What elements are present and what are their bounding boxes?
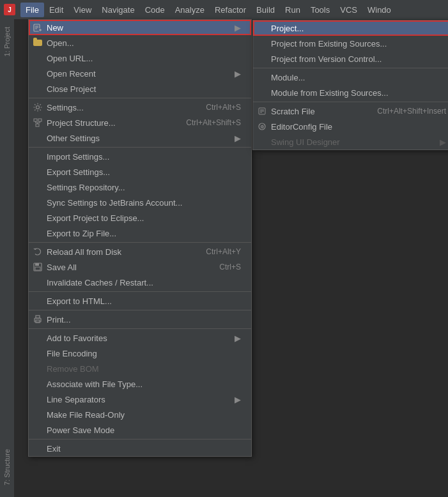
menu-item-import-settings-label: Import Settings...: [47, 152, 109, 162]
menu-item-open[interactable]: Open...: [29, 35, 251, 50]
menu-item-open-label: Open...: [47, 38, 74, 48]
sidebar-structure-tab[interactable]: 7: Structure: [2, 444, 12, 491]
menu-item-other-settings-label: Other Settings: [47, 134, 100, 143]
submenu-item-scratch-file[interactable]: Scratch File Ctrl+Alt+Shift+Insert: [253, 103, 448, 119]
submenu-item-editorconfig[interactable]: ⚙ EditorConfig File: [253, 119, 448, 134]
svg-text:J: J: [8, 6, 12, 13]
menu-item-other-settings[interactable]: Other Settings ▶: [29, 130, 251, 146]
menu-item-export-eclipse-label: Export Project to Eclipse...: [47, 213, 144, 223]
submenu-item-project-existing[interactable]: Project from Existing Sources...: [253, 36, 448, 51]
menu-run[interactable]: Run: [280, 3, 305, 17]
submenu-item-swing-designer[interactable]: Swing UI Designer ▶: [253, 134, 448, 149]
menu-refactor[interactable]: Refactor: [210, 3, 251, 17]
menu-item-print[interactable]: Print...: [29, 312, 251, 327]
menu-item-close-project[interactable]: Close Project: [29, 81, 251, 96]
line-separators-arrow-icon: ▶: [235, 395, 241, 404]
settings-shortcut: Ctrl+Alt+S: [193, 103, 241, 112]
menu-item-export-zip[interactable]: Export to Zip File...: [29, 226, 251, 241]
menu-item-add-favorites-label: Add to Favorites: [47, 333, 107, 343]
menu-item-reload[interactable]: Reload All from Disk Ctrl+Alt+Y: [29, 244, 251, 259]
submenu-divider-2: [253, 102, 448, 102]
menu-navigate[interactable]: Navigate: [97, 3, 139, 17]
menu-item-file-encoding-label: File Encoding: [47, 349, 97, 358]
file-dropdown-menu: New ▶ Open... Open URL... Open Recent ▶ …: [28, 19, 252, 457]
menu-item-add-favorites[interactable]: Add to Favorites ▶: [29, 330, 251, 346]
menu-item-print-label: Print...: [47, 315, 71, 325]
svg-rect-22: [36, 316, 40, 318]
print-icon: [31, 315, 44, 324]
menu-item-remove-bom-label: Remove BOM: [47, 364, 99, 374]
divider-2: [29, 147, 251, 148]
submenu-item-project-vcs-label: Project from Version Control...: [271, 54, 382, 64]
divider-1: [29, 98, 251, 98]
menu-item-export-eclipse[interactable]: Export Project to Eclipse...: [29, 210, 251, 226]
menu-vcs[interactable]: VCS: [335, 3, 362, 17]
submenu-item-module-existing-label: Module from Existing Sources...: [271, 88, 389, 98]
menu-item-power-save[interactable]: Power Save Mode: [29, 422, 251, 438]
menu-edit[interactable]: Edit: [44, 3, 68, 17]
reload-shortcut: Ctrl+Alt+Y: [193, 247, 241, 256]
menu-item-export-html[interactable]: Export to HTML...: [29, 293, 251, 309]
menu-item-import-settings[interactable]: Import Settings...: [29, 149, 251, 164]
app-logo: J: [3, 3, 17, 17]
menu-analyze[interactable]: Analyze: [170, 3, 210, 17]
submenu-item-project-label: Project...: [271, 24, 304, 33]
divider-3: [29, 242, 251, 243]
menu-item-sync-settings[interactable]: Sync Settings to JetBrains Account...: [29, 195, 251, 210]
menu-item-open-url-label: Open URL...: [47, 54, 93, 63]
menu-tools[interactable]: Tools: [305, 3, 335, 17]
submenu-item-module-existing[interactable]: Module from Existing Sources...: [253, 85, 448, 100]
menu-item-file-encoding[interactable]: File Encoding: [29, 346, 251, 361]
menu-item-export-settings-label: Export Settings...: [47, 167, 110, 177]
menu-build[interactable]: Build: [251, 3, 280, 17]
menu-item-export-settings[interactable]: Export Settings...: [29, 164, 251, 180]
menu-item-sync-settings-label: Sync Settings to JetBrains Account...: [47, 198, 182, 208]
menu-item-remove-bom[interactable]: Remove BOM: [29, 361, 251, 376]
menu-item-exit-label: Exit: [47, 444, 61, 454]
menu-item-associate-file[interactable]: Associate with File Type...: [29, 376, 251, 392]
menu-item-save-all[interactable]: Save All Ctrl+S: [29, 259, 251, 275]
menu-item-project-structure-label: Project Structure...: [47, 118, 116, 128]
menu-code[interactable]: Code: [140, 3, 170, 17]
menu-item-open-recent[interactable]: Open Recent ▶: [29, 66, 251, 81]
scratch-icon: [256, 107, 268, 116]
divider-7: [29, 439, 251, 440]
menu-item-open-recent-label: Open Recent: [47, 69, 96, 79]
menu-item-exit[interactable]: Exit: [29, 441, 251, 456]
menu-item-invalidate-label: Invalidate Caches / Restart...: [47, 278, 153, 287]
scratch-file-shortcut: Ctrl+Alt+Shift+Insert: [364, 107, 446, 116]
sidebar-project-tab[interactable]: 1: Project: [2, 22, 12, 61]
menu-view[interactable]: View: [68, 3, 97, 17]
editorconfig-icon: ⚙: [256, 122, 268, 131]
svg-rect-12: [36, 124, 39, 126]
reload-icon: [31, 247, 44, 256]
menu-item-invalidate[interactable]: Invalidate Caches / Restart...: [29, 275, 251, 290]
project-structure-shortcut: Ctrl+Alt+Shift+S: [173, 118, 241, 127]
submenu-item-project[interactable]: Project...: [253, 20, 448, 36]
menu-item-settings[interactable]: Settings... Ctrl+Alt+S: [29, 100, 251, 115]
menu-item-project-structure[interactable]: Project Structure... Ctrl+Alt+Shift+S: [29, 115, 251, 130]
settings-icon: [31, 103, 44, 112]
add-favorites-arrow-icon: ▶: [235, 333, 241, 343]
submenu-item-project-vcs[interactable]: Project from Version Control...: [253, 51, 448, 66]
main-area: New ▶ Open... Open URL... Open Recent ▶ …: [14, 19, 448, 497]
submenu-item-module[interactable]: Module...: [253, 70, 448, 85]
svg-rect-11: [38, 119, 42, 121]
svg-rect-10: [34, 119, 37, 121]
menu-item-settings-label: Settings...: [47, 103, 84, 112]
menu-file[interactable]: File: [20, 3, 44, 17]
folder-icon: [31, 40, 44, 46]
menu-window[interactable]: Windo: [362, 3, 396, 17]
new-arrow-icon: ▶: [235, 23, 241, 33]
menu-item-make-read-only-label: Make File Read-Only: [47, 410, 125, 420]
save-all-shortcut: Ctrl+S: [206, 263, 241, 271]
new-submenu: Project... Project from Existing Sources…: [252, 20, 448, 150]
menu-item-reload-label: Reload All from Disk: [47, 247, 121, 257]
menu-item-open-url[interactable]: Open URL...: [29, 50, 251, 66]
menu-item-new[interactable]: New ▶: [29, 20, 251, 35]
menu-item-make-read-only[interactable]: Make File Read-Only: [29, 407, 251, 422]
menu-item-line-separators[interactable]: Line Separators ▶: [29, 392, 251, 407]
menu-item-power-save-label: Power Save Mode: [47, 425, 114, 435]
menu-item-settings-repo[interactable]: Settings Repository...: [29, 180, 251, 195]
menu-item-close-project-label: Close Project: [47, 84, 96, 94]
